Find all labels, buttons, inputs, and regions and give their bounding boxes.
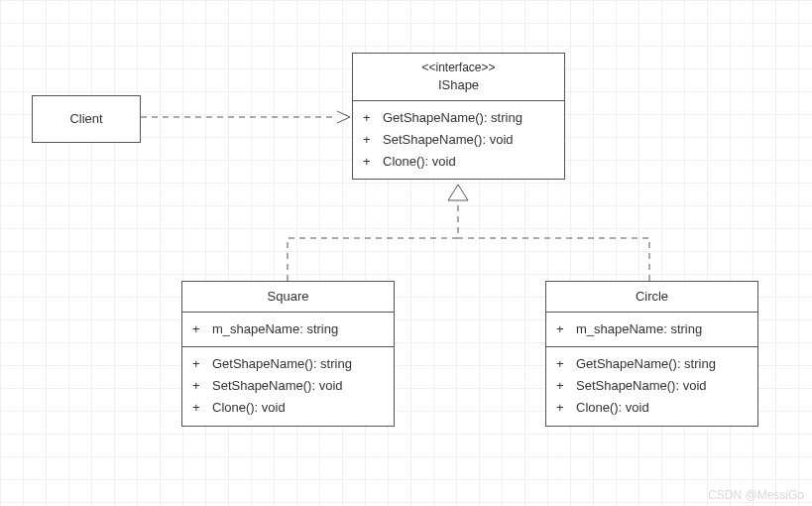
class-square-name: Square [182,282,394,313]
method: Clone(): void [212,397,384,419]
class-circle: Circle +m_shapeName: string +GetShapeNam… [545,281,758,427]
class-circle-name: Circle [546,282,757,313]
attribute: m_shapeName: string [212,318,384,340]
interface-stereotype: <<interface>> [361,60,556,76]
method: Clone(): void [576,397,748,419]
class-square: Square +m_shapeName: string +GetShapeNam… [181,281,395,427]
class-client-name: Client [33,96,140,142]
class-circle-attrs: +m_shapeName: string [546,313,757,347]
interface-ishape: <<interface>> IShape +GetShapeName(): st… [352,53,565,180]
method: SetShapeName(): void [383,129,554,151]
method: SetShapeName(): void [576,375,748,397]
interface-ishape-methods: +GetShapeName(): string +SetShapeName():… [353,101,564,179]
method: GetShapeName(): string [212,353,384,375]
method: Clone(): void [383,151,554,173]
interface-ishape-name: IShape [361,76,556,94]
attribute: m_shapeName: string [576,318,748,340]
class-circle-methods: +GetShapeName(): string +SetShapeName():… [546,347,757,425]
method: GetShapeName(): string [383,107,554,129]
interface-ishape-title: <<interface>> IShape [353,54,564,101]
class-client: Client [32,95,141,143]
method: SetShapeName(): void [212,375,384,397]
method: GetShapeName(): string [576,353,748,375]
class-square-attrs: +m_shapeName: string [182,313,394,347]
class-square-methods: +GetShapeName(): string +SetShapeName():… [182,347,394,425]
watermark: CSDN @MessiGo [708,488,804,502]
